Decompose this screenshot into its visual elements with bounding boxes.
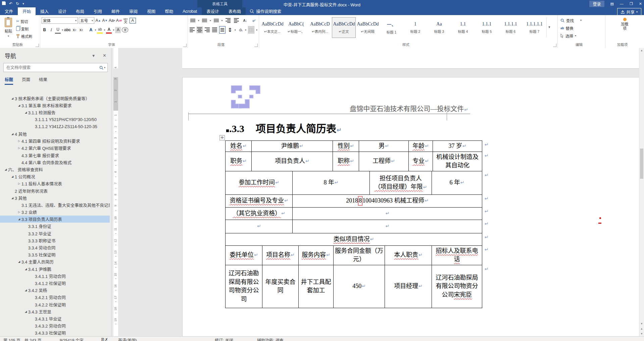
cut-button[interactable]: ✂剪切	[15, 18, 33, 25]
ribbon-tab-表布局[interactable]: 表布局	[224, 7, 246, 15]
highlight-color-button[interactable]: ab	[97, 26, 103, 34]
restore-button[interactable]: ❐	[630, 2, 633, 6]
nav-tree-item[interactable]: ◢3.4.2 吴杨	[0, 287, 110, 294]
collapse-icon[interactable]: ◢	[23, 310, 28, 313]
underline-button[interactable]: U	[55, 26, 61, 34]
show-marks-button[interactable]: ⤶	[250, 17, 257, 24]
nav-tree-item[interactable]: 3.1 无违法、违规、重大安全事故及其他不良记录	[0, 202, 110, 209]
section-heading[interactable]: .3.3项目负责人简历表↵	[226, 120, 342, 135]
collapse-icon[interactable]: ◢	[10, 97, 15, 100]
bullets-button[interactable]	[189, 17, 196, 24]
nav-tree-item[interactable]: ◢4 其他	[0, 130, 110, 137]
collapse-icon[interactable]: ◢	[17, 218, 21, 221]
accessibility-indicator[interactable]: 辅助功能: 调查	[257, 337, 284, 341]
collapse-icon[interactable]: ◢	[10, 196, 15, 200]
style-item-标题1[interactable]: 一、标题 1	[380, 17, 403, 38]
ribbon-tab-文件[interactable]: 文件	[0, 7, 18, 15]
style-item-正文[interactable]: AaBbCcDdE↵正文	[332, 17, 356, 38]
subscript-button[interactable]: x2	[71, 27, 77, 33]
replace-button[interactable]: ab 替换	[559, 24, 604, 32]
scroll-down-icon[interactable]: ▼	[639, 321, 644, 326]
multilevel-list-button[interactable]	[213, 17, 220, 24]
resume-table[interactable]: 姓名↵ 尹维鹏↵ 性别↵ 男↵ 年龄↵ 37 岁↵ 职务↵ 项目负责人↵ 职称↵…	[225, 140, 482, 308]
collapse-icon[interactable]: ◢	[17, 260, 21, 263]
scroll-up-icon[interactable]: ▲	[639, 48, 644, 53]
nav-tree-item[interactable]: ▷4.2 第六章 QHSE管理要求	[0, 145, 110, 152]
nav-tree-item[interactable]: ◢1 公司概况	[0, 173, 110, 180]
borders-button[interactable]	[248, 26, 254, 34]
font-dialog-launcher[interactable]	[183, 44, 187, 47]
previous-page-bottom[interactable]	[182, 48, 639, 69]
style-item-标题6[interactable]: 1.1.1.1标题 6	[499, 17, 523, 38]
nav-tree-item[interactable]: 3.3.1 身份证	[0, 223, 110, 230]
align-center-button[interactable]	[197, 26, 202, 33]
format-painter-button[interactable]: 格式刷	[15, 33, 33, 40]
expand-icon[interactable]: ▷	[17, 182, 21, 185]
ribbon-tab-表设计[interactable]: 表设计	[202, 7, 224, 15]
style-item-无间隔[interactable]: AaBbCcDdE↵无间隔	[356, 17, 380, 38]
minimize-button[interactable]: —	[620, 2, 624, 6]
paragraph-dialog-launcher[interactable]	[254, 44, 258, 47]
align-right-button[interactable]	[204, 26, 210, 33]
ribbon-tab-视图[interactable]: 视图	[142, 7, 160, 15]
nav-tree-item[interactable]: 3.4.3.1 毕业证	[0, 315, 110, 322]
word-count[interactable]: 9/25419 个字	[60, 337, 84, 341]
nav-tree-item[interactable]: 3.3.4 劳动合同	[0, 244, 110, 251]
styles-more-button[interactable]: ▼	[546, 17, 552, 37]
ribbon-tab-布局[interactable]: 布局	[71, 7, 89, 15]
shading-button[interactable]	[238, 26, 243, 33]
vertical-scrollbar[interactable]: ▲ ▼ ▲ ▼	[639, 48, 644, 336]
decrease-indent-button[interactable]	[225, 17, 232, 24]
nav-tree-item[interactable]: 3.4.1.1 劳动合同	[0, 273, 110, 280]
ribbon-tab-设计[interactable]: 设计	[53, 7, 71, 15]
font-family-combo[interactable]: 宋体▾	[42, 17, 78, 24]
page-header-text[interactable]: 盘锦中亚石油技术有限公司—投标文件↵	[350, 104, 468, 113]
signin-button[interactable]: 登录	[589, 1, 604, 7]
next-page-icon[interactable]: ▼	[639, 331, 644, 336]
spellcheck-icon[interactable]: 🖹✗	[101, 337, 108, 341]
collapse-icon[interactable]: ◢	[3, 168, 8, 171]
sort-button[interactable]: A↓	[242, 17, 249, 24]
font-size-combo[interactable]: 五号▾	[79, 17, 94, 24]
align-left-button[interactable]	[189, 26, 195, 33]
vertical-ruler[interactable]: 432112345678910111213141516171819	[113, 48, 119, 336]
tell-me-search[interactable]: 操作说明搜索	[246, 7, 285, 15]
nav-tree-item[interactable]: 3.3.2 毕业证	[0, 230, 110, 237]
customize-qat-icon[interactable]: ▾	[22, 2, 24, 5]
nav-tree-item[interactable]: 3.3.3 职称证书	[0, 237, 110, 244]
collapse-icon[interactable]: ◢	[10, 175, 15, 178]
find-button[interactable]: 查找▾	[559, 16, 604, 24]
nav-tab-标题[interactable]: 标题	[5, 76, 13, 85]
nav-tree-item[interactable]: ◢3.4.1 尹维鹏	[0, 266, 110, 273]
nav-tree-item[interactable]: 3.4.2.2 社保证明	[0, 301, 110, 308]
style-item-本文正...[interactable]: AaBbCcDd↵本文正...	[260, 17, 284, 38]
nav-tree-item[interactable]: 3.4.2.1 劳动合同	[0, 294, 110, 301]
collapse-icon[interactable]: ◢	[17, 104, 21, 107]
nav-tree-item[interactable]: 3.1.1.1 Y521PH/CY80*30-120/50	[0, 116, 110, 123]
document-canvas[interactable]: 盘锦中亚石油技术有限公司—投标文件↵ .3.3项目负责人简历表↵ ✛ 姓名↵	[111, 48, 639, 336]
style-item-标题一、[interactable]: AaBbC(↵标题一、	[284, 17, 308, 38]
expand-icon[interactable]: ▷	[17, 139, 21, 143]
nav-collapse-icon[interactable]: ▼	[92, 54, 95, 58]
copy-button[interactable]: 复制	[15, 25, 33, 32]
collapse-icon[interactable]: ◢	[10, 132, 15, 135]
change-case-button[interactable]: Aa▾	[109, 17, 115, 24]
style-item-标题3[interactable]: Aa标题 3	[427, 17, 451, 38]
table-move-handle[interactable]: ✛	[219, 135, 225, 140]
nav-tree-item[interactable]: 3.1.1.2 Y341ZJ-ZS114-50-120-35	[0, 123, 110, 130]
grow-font-button[interactable]: A▲	[95, 17, 101, 24]
nav-tree-item[interactable]: ◢3 技术服务承诺（主要说明服务质量等）	[0, 95, 110, 102]
redo-icon[interactable]: ↻	[16, 1, 19, 6]
numbering-button[interactable]	[201, 17, 208, 24]
bold-button[interactable]: B	[42, 27, 47, 33]
nav-tree-item[interactable]: ▷4.1 第四章 招标说明及资料要求	[0, 137, 110, 145]
nav-tree-item[interactable]: 3.4.1.2 社保证明	[0, 280, 110, 287]
ribbon-tab-审阅[interactable]: 审阅	[125, 7, 142, 15]
text-effects-button[interactable]: A	[88, 27, 94, 33]
close-button[interactable]: ✕	[639, 2, 642, 6]
enclose-characters-button[interactable]: 字	[122, 27, 128, 33]
nav-search-icon[interactable]: ▾	[99, 66, 105, 70]
page-indicator[interactable]: 第 105 页，共 243 页	[3, 337, 41, 341]
nav-tree-item[interactable]: ◢六、 资格审查资料	[0, 166, 110, 173]
nav-close-icon[interactable]: ✕	[103, 53, 106, 58]
